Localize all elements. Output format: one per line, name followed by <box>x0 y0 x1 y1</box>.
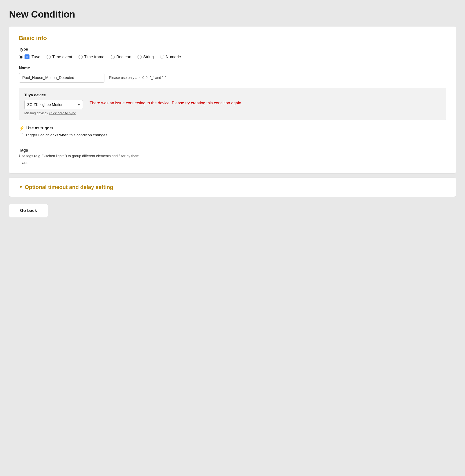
radio-boolean-label: Boolean <box>116 55 131 59</box>
trigger-section: ⚡ Use as trigger Trigger Logicblocks whe… <box>19 125 446 137</box>
go-back-button[interactable]: Go back <box>9 204 48 217</box>
device-select[interactable]: ZC-ZK zigbee Motion <box>24 100 83 109</box>
name-input[interactable] <box>19 73 105 83</box>
bolt-icon: ⚡ <box>19 125 24 131</box>
radio-time-event[interactable] <box>47 55 51 59</box>
radio-tuya-label: Tuya <box>32 55 40 59</box>
device-error-message: There was an issue connecting to the dev… <box>90 100 441 106</box>
chevron-down-icon: ▼ <box>19 185 23 190</box>
name-row: Please use only a-z, 0-9, "_" and "-" <box>19 73 446 83</box>
tuya-device-section: Tuya device ZC-ZK zigbee Motion Missing … <box>19 88 446 120</box>
radio-time-frame[interactable] <box>79 55 83 59</box>
radio-option-time-frame[interactable]: Time frame <box>79 55 105 59</box>
trigger-checkbox-label: Trigger Logicblocks when this condition … <box>25 133 107 137</box>
divider <box>19 143 446 143</box>
device-row: ZC-ZK zigbee Motion Missing device? Clic… <box>24 100 441 115</box>
trigger-title: ⚡ Use as trigger <box>19 125 446 131</box>
tags-title: Tags <box>19 148 446 153</box>
tuya-device-label: Tuya device <box>24 93 441 97</box>
basic-info-card: Basic info Type Tuya Time event Time fra… <box>9 27 456 173</box>
tuya-icon <box>24 54 30 59</box>
radio-string[interactable] <box>137 55 142 59</box>
tags-section: Tags Use tags (e.g. "kitchen lights") to… <box>19 148 446 165</box>
radio-tuya[interactable] <box>19 55 23 59</box>
optional-timeout-card: ▼ Optional timeout and delay setting <box>9 178 456 197</box>
radio-option-string[interactable]: String <box>137 55 154 59</box>
radio-time-event-label: Time event <box>52 55 72 59</box>
optional-timeout-title[interactable]: ▼ Optional timeout and delay setting <box>19 184 446 190</box>
trigger-checkbox[interactable] <box>19 133 23 137</box>
add-tag-button[interactable]: + add <box>19 161 29 165</box>
radio-string-label: String <box>143 55 154 59</box>
radio-option-tuya[interactable]: Tuya <box>19 54 40 59</box>
page-title: New Condition <box>9 9 456 20</box>
device-select-wrap: ZC-ZK zigbee Motion Missing device? Clic… <box>24 100 83 115</box>
radio-option-time-event[interactable]: Time event <box>47 55 72 59</box>
type-radio-group: Tuya Time event Time frame Boolean Strin… <box>19 54 446 59</box>
sync-link[interactable]: Click here to sync <box>49 111 76 115</box>
missing-device-text: Missing device? Click here to sync <box>24 111 83 115</box>
radio-option-numeric[interactable]: Numeric <box>160 55 181 59</box>
svg-point-1 <box>27 56 27 57</box>
radio-option-boolean[interactable]: Boolean <box>111 55 131 59</box>
radio-time-frame-label: Time frame <box>84 55 105 59</box>
name-label: Name <box>19 66 446 70</box>
trigger-checkbox-row[interactable]: Trigger Logicblocks when this condition … <box>19 133 446 137</box>
type-label: Type <box>19 47 446 52</box>
radio-numeric-label: Numeric <box>166 55 181 59</box>
tags-description: Use tags (e.g. "kitchen lights") to grou… <box>19 154 446 158</box>
name-hint: Please use only a-z, 0-9, "_" and "-" <box>109 73 166 80</box>
basic-info-title: Basic info <box>19 35 446 41</box>
radio-boolean[interactable] <box>111 55 115 59</box>
radio-numeric[interactable] <box>160 55 164 59</box>
